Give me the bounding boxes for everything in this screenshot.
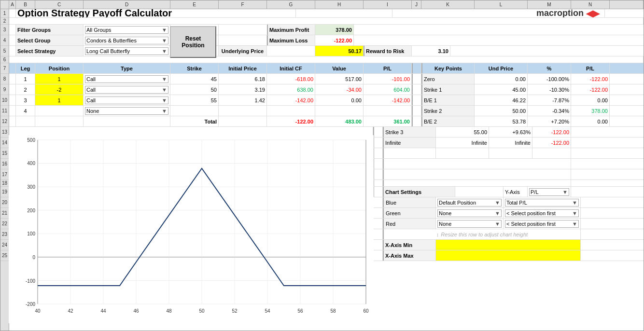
x-axis-max-value[interactable] — [436, 250, 581, 261]
leg3-type-cell[interactable]: Call ▼ — [84, 95, 170, 105]
kp-be2-label: B/E 2 — [421, 116, 475, 126]
blue-arrow-icon: ▼ — [495, 200, 500, 206]
svg-text:0: 0 — [32, 255, 35, 260]
kp-zero-und: 0.00 — [475, 74, 528, 84]
green-dropdown[interactable]: None ▼ — [437, 209, 502, 217]
leg2-value: -34.00 — [315, 84, 364, 95]
leg2-type-value: Call — [86, 87, 96, 93]
cell-12c — [35, 116, 84, 126]
svg-text:60: 60 — [363, 308, 369, 314]
blue-dropdown-cell[interactable]: Default Position ▼ — [436, 197, 504, 207]
leg1-type-cell[interactable]: Call ▼ — [84, 74, 170, 84]
y-axis-arrow-icon: ▼ — [562, 189, 568, 195]
underlying-price-value[interactable]: 50.17 — [315, 46, 364, 56]
red-dropdown-cell[interactable]: None ▼ — [436, 219, 504, 229]
x-axis-min-value[interactable] — [436, 240, 581, 250]
row-num-24: 24 — [0, 240, 9, 250]
kp-strike3-und: 55.00 — [436, 127, 489, 137]
leg4-type-cell[interactable]: None ▼ — [84, 106, 170, 116]
logo-cell: macroption ◀▶ — [392, 9, 605, 17]
max-loss-value: -122.00 — [315, 35, 354, 45]
kp-zero-label: Zero — [421, 74, 475, 84]
red-right-dropdown[interactable]: < Select position first ▼ — [505, 220, 579, 228]
red-right-cell[interactable]: < Select position first ▼ — [504, 219, 581, 229]
kp-strike3-pct: +9.63% — [489, 127, 532, 137]
y-axis-dropdown-cell[interactable]: P/L ▼ — [528, 187, 571, 197]
chart-settings-title-text: Chart Settings — [385, 189, 421, 195]
blue-label: Blue — [383, 197, 436, 207]
cell-15j — [373, 148, 383, 158]
resize-hint: ↕ Resize this row to adjust chart height — [383, 229, 581, 239]
cell-17-right — [383, 169, 571, 179]
max-profit-value-text: 378.00 — [336, 27, 352, 33]
row-num-10: 10 — [0, 95, 9, 106]
filter-groups-label-text: Filter Groups — [17, 27, 51, 33]
blue-right-dropdown[interactable]: Total P/L ▼ — [505, 199, 579, 207]
blue-right-cell[interactable]: Total P/L ▼ — [504, 197, 581, 207]
leg2-initial-price[interactable]: 3.19 — [219, 84, 267, 95]
row-9: 2 -2 Call ▼ 50 3.19 638.00 -34.00 604.00… — [9, 84, 644, 95]
x-axis-max-label: X-Axis Max — [383, 250, 436, 261]
leg1-type-dropdown[interactable]: Call ▼ — [85, 75, 168, 83]
col-header-j: J — [412, 0, 421, 9]
blue-label-text: Blue — [386, 200, 396, 206]
row-num-4: 4 — [0, 35, 9, 46]
cell-15n — [532, 148, 571, 158]
header-key-points: Key Points — [421, 63, 475, 73]
kp-be2-und: 53.78 — [475, 116, 528, 126]
green-right-value: < Select position first — [506, 210, 556, 216]
header-initial-cf: Initial CF — [267, 63, 315, 73]
leg4-type-dropdown[interactable]: None ▼ — [85, 107, 168, 115]
filter-groups-dropdown[interactable]: All Groups ▼ — [85, 26, 168, 34]
leg4-pl — [364, 106, 412, 116]
kp-be2-pl: 0.00 — [571, 116, 610, 126]
select-strategy-label: Select Strategy — [16, 46, 84, 56]
row-6 — [9, 56, 644, 63]
green-right-dropdown[interactable]: < Select position first ▼ — [505, 209, 579, 217]
row-1: Option Strategy Payoff Calculator macrop… — [9, 9, 644, 18]
max-profit-label: Maximum Profit — [267, 25, 315, 35]
red-dropdown[interactable]: None ▼ — [437, 220, 502, 228]
green-dropdown-cell[interactable]: None ▼ — [436, 208, 504, 218]
leg4-position[interactable] — [35, 106, 84, 116]
leg1-strike[interactable]: 45 — [170, 74, 219, 84]
leg2-pl: 604.00 — [364, 84, 412, 95]
leg3-type-arrow-icon: ▼ — [162, 97, 167, 103]
svg-text:42: 42 — [68, 308, 73, 314]
select-group-dropdown-cell[interactable]: Condors & Butterflies ▼ — [84, 35, 170, 45]
leg3-position[interactable]: 1 — [35, 95, 84, 105]
leg1-position[interactable]: 1 — [35, 74, 84, 84]
leg3-type-dropdown[interactable]: Call ▼ — [85, 97, 168, 104]
leg4-type-arrow-icon: ▼ — [162, 108, 167, 114]
col-header-c: C — [35, 0, 84, 9]
select-group-dropdown[interactable]: Condors & Butterflies ▼ — [85, 37, 168, 44]
leg2-type-dropdown[interactable]: Call ▼ — [85, 86, 168, 94]
kp-strike2-und: 50.00 — [475, 106, 528, 116]
green-right-cell[interactable]: < Select position first ▼ — [504, 208, 581, 218]
leg2-type-cell[interactable]: Call ▼ — [84, 84, 170, 95]
svg-text:300: 300 — [27, 184, 35, 190]
resize-hint-text: Resize this row to adjust chart height — [441, 232, 528, 237]
leg4-value — [315, 106, 364, 116]
leg3-initial-price[interactable]: 1.42 — [219, 95, 267, 105]
filter-groups-dropdown-cell[interactable]: All Groups ▼ — [84, 25, 170, 35]
cell-1a — [9, 9, 16, 17]
col-header-i: I — [364, 0, 412, 9]
total-initial-cf: -122.00 — [267, 116, 315, 126]
blue-dropdown[interactable]: Default Position ▼ — [437, 199, 502, 207]
col-header-f: F — [219, 0, 267, 9]
row-11: 4 None ▼ Strike 2 50.00 -0.34% 378.00 — [9, 106, 644, 116]
select-strategy-dropdown-cell[interactable]: Long Call Butterfly ▼ — [84, 46, 170, 56]
select-strategy-label-text: Select Strategy — [17, 48, 56, 54]
y-axis-dropdown[interactable]: P/L ▼ — [529, 188, 569, 196]
leg3-strike[interactable]: 55 — [170, 95, 219, 105]
reset-position-button[interactable]: Reset Position — [170, 26, 216, 58]
red-right-arrow-icon: ▼ — [572, 221, 577, 227]
row-2 — [9, 18, 644, 25]
header-kp-pl: P/L — [571, 63, 610, 73]
leg2-position[interactable]: -2 — [35, 84, 84, 95]
leg2-strike[interactable]: 50 — [170, 84, 219, 95]
leg1-initial-price[interactable]: 6.18 — [219, 74, 267, 84]
select-strategy-dropdown[interactable]: Long Call Butterfly ▼ — [85, 47, 168, 55]
cell-13j — [373, 127, 383, 137]
